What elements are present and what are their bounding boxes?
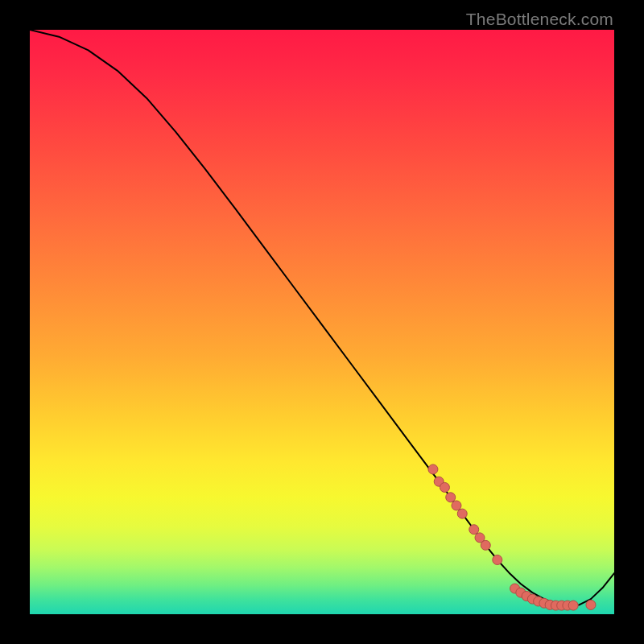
data-point [457,509,467,518]
data-points [428,464,596,610]
data-point [568,601,578,610]
data-point [440,482,449,492]
data-point [446,493,456,502]
chart-frame: TheBottleneck.com [0,0,644,644]
chart-overlay [30,30,614,614]
data-point [586,600,596,609]
data-point [481,540,490,550]
bottleneck-curve [30,30,614,605]
data-point [452,501,461,510]
plot-area [30,30,614,614]
data-point [428,464,438,474]
data-point [493,555,502,564]
data-point [469,525,479,535]
watermark-text: TheBottleneck.com [466,10,613,29]
